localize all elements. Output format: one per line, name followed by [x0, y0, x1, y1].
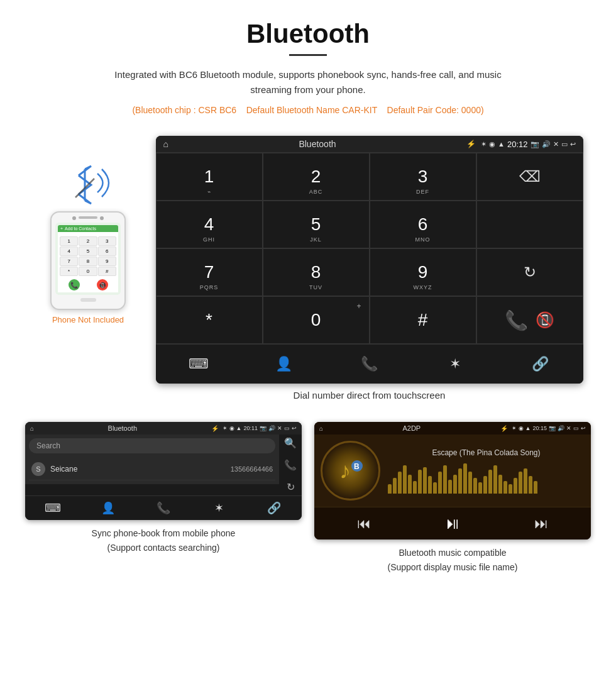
pb-home-icon[interactable]: ⌂: [30, 425, 34, 432]
play-pause-button[interactable]: ⏯: [444, 514, 461, 533]
pb-side-icons: 🔍 📞 ↻: [279, 434, 302, 495]
back-icon[interactable]: ↩: [570, 140, 576, 148]
phone-speaker: [79, 216, 97, 219]
wave-bar: [483, 476, 487, 494]
key-7-num: 7: [204, 262, 214, 282]
music-window-icon: ▭: [573, 425, 579, 431]
pb-nav-keypad[interactable]: ⌨: [25, 501, 80, 515]
music-info: Escape (The Pina Colada Song): [388, 448, 585, 494]
wave-bar: [443, 465, 447, 494]
wave-bar: [493, 465, 497, 494]
pb-time: 20:11: [243, 425, 258, 431]
music-back-icon[interactable]: ↩: [581, 425, 586, 431]
wave-bar: [388, 484, 392, 494]
dialer-status-bar: ⌂ Bluetooth ⚡ ✶ ◉ ▲ 20:12 📷 🔊 ✕ ▭ ↩: [156, 136, 583, 152]
dialer-reload[interactable]: ↻: [476, 248, 583, 296]
wave-bar: [408, 475, 412, 494]
phone-screen: + Add to Contacts 1 2 3 4 5 6 7 8 9 *: [55, 223, 121, 295]
end-call-button[interactable]: 📵: [536, 311, 554, 329]
dialer-key-star[interactable]: *: [156, 296, 263, 344]
key-hash-num: #: [418, 310, 428, 330]
dialer-key-6[interactable]: 6 MNO: [370, 201, 476, 248]
pb-contact-name: Seicane: [50, 465, 231, 473]
dialer-key-4[interactable]: 4 GHI: [156, 201, 263, 248]
page-header: Bluetooth Integrated with BC6 Bluetooth …: [0, 0, 616, 136]
svg-text:♪: ♪: [339, 458, 351, 484]
key-2-sub: ABC: [309, 189, 323, 195]
signal-icon: ▲: [498, 140, 505, 148]
key-2-num: 2: [311, 167, 321, 187]
wave-bar: [393, 478, 397, 494]
music-controls: ⏮ ⏯ ⏭: [314, 507, 591, 539]
pb-side-search-icon[interactable]: 🔍: [284, 437, 297, 449]
phone-keypad: 1 2 3 4 5 6 7 8 9 * 0 #: [60, 236, 116, 276]
dialer-key-hash[interactable]: #: [370, 296, 476, 344]
phone-screen-content: 1 2 3 4 5 6 7 8 9 * 0 # 📞: [58, 232, 118, 292]
page-description: Integrated with BC6 Bluetooth module, su…: [94, 67, 522, 97]
pb-location-icon: ◉: [229, 425, 234, 431]
wave-bar: [529, 476, 532, 494]
wave-bar: [478, 482, 482, 494]
pb-bottom-bar: ⌨ 👤 📞 ✶ 🔗: [25, 495, 302, 520]
phone-key-4: 4: [60, 246, 78, 256]
wave-bar: [468, 472, 472, 494]
android-dialer-screen: ⌂ Bluetooth ⚡ ✶ ◉ ▲ 20:12 📷 🔊 ✕ ▭ ↩: [156, 136, 583, 384]
dialer-key-7[interactable]: 7 PQRS: [156, 248, 263, 296]
dialer-nav-keypad[interactable]: ⌨: [156, 351, 241, 377]
pb-back-icon[interactable]: ↩: [292, 425, 297, 431]
bt-status-icon: ✶: [481, 140, 487, 148]
dialer-key-1[interactable]: 1 ⌁: [156, 153, 263, 201]
pb-signal-icon: ▲: [236, 425, 242, 431]
phone-key-6: 6: [98, 246, 116, 256]
key-4-sub: GHI: [203, 236, 215, 243]
answer-call-button[interactable]: 📞: [505, 309, 528, 331]
pb-side-reload-icon[interactable]: ↻: [287, 481, 295, 493]
dialer-key-3[interactable]: 3 DEF: [370, 153, 476, 201]
music-bt-icon: ✶: [512, 425, 517, 431]
phone-illustration: + Add to Contacts 1 2 3 4 5 6 7 8 9 *: [33, 136, 143, 324]
dialer-key-8[interactable]: 8 TUV: [263, 248, 370, 296]
pb-window-icon: ▭: [284, 425, 290, 431]
pb-nav-contacts[interactable]: 👤: [80, 501, 136, 515]
dialer-key-0[interactable]: 0 +: [263, 296, 370, 344]
dialer-backspace[interactable]: ⌫: [476, 153, 583, 201]
pb-nav-link[interactable]: 🔗: [246, 501, 302, 515]
key-0-plus: +: [356, 302, 361, 311]
pb-nav-bluetooth[interactable]: ✶: [191, 501, 246, 515]
phone-key-9: 9: [98, 257, 116, 266]
wave-bar: [423, 467, 427, 494]
dialer-key-2[interactable]: 2 ABC: [263, 153, 370, 201]
pb-usb-icon: ⚡: [211, 425, 219, 432]
phone-camera2: [100, 216, 104, 220]
phone-key-1: 1: [60, 236, 78, 246]
bt-code-info: Default Pair Code: 0000): [387, 105, 484, 115]
key-star-num: *: [206, 310, 212, 330]
dialer-nav-bluetooth[interactable]: ✶: [412, 351, 498, 377]
dialer-nav-phone[interactable]: 📞: [327, 351, 412, 377]
phone-not-included-label: Phone Not Included: [52, 315, 124, 324]
pb-search-bar[interactable]: Search: [29, 438, 275, 453]
dialer-nav-link[interactable]: 🔗: [498, 351, 583, 377]
main-section: + Add to Contacts 1 2 3 4 5 6 7 8 9 *: [0, 136, 616, 413]
key-8-num: 8: [311, 262, 321, 282]
dialer-key-9[interactable]: 9 WXYZ: [370, 248, 476, 296]
pb-bt-icon: ✶: [223, 425, 228, 431]
key-6-num: 6: [418, 214, 428, 235]
dialer-home-icon[interactable]: ⌂: [163, 139, 168, 149]
phone-home-button: [80, 298, 96, 302]
key-1-num: 1: [204, 167, 214, 187]
pb-contact-item[interactable]: S Seicane 13566664466: [29, 458, 275, 480]
camera-icon: 📷: [531, 140, 539, 148]
pb-side-call-icon[interactable]: 📞: [284, 459, 297, 471]
next-track-button[interactable]: ⏭: [534, 516, 548, 532]
music-home-icon[interactable]: ⌂: [319, 425, 323, 432]
phone-key-0: 0: [79, 267, 97, 276]
album-art-svg: ♪ B: [333, 453, 368, 488]
pb-nav-phone[interactable]: 📞: [136, 501, 191, 515]
bluetooth-signal-icon: [63, 161, 113, 205]
dialer-key-5[interactable]: 5 JKL: [263, 201, 370, 248]
pb-close-icon: ✕: [277, 425, 282, 431]
dialer-nav-contacts[interactable]: 👤: [241, 351, 327, 377]
prev-track-button[interactable]: ⏮: [357, 516, 371, 532]
bottom-screenshots: ⌂ Bluetooth ⚡ ✶ ◉ ▲ 20:11 📷 🔊 ✕ ▭ ↩: [0, 422, 616, 574]
